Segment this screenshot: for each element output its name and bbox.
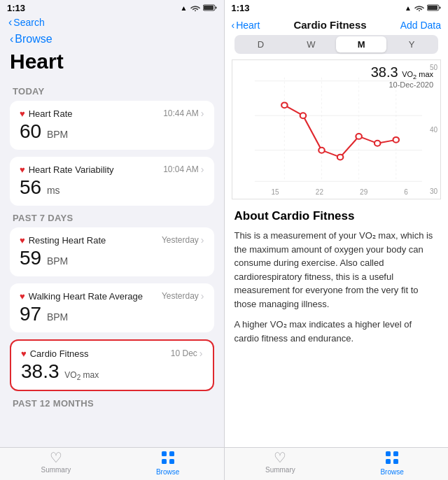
svg-point-18 [281,102,288,108]
x-label-6: 6 [404,188,408,196]
browse-icon-left [161,451,175,467]
heart-rate-title: ♥ Heart Rate [20,108,73,119]
heart-back-button[interactable]: ‹ Heart [232,20,260,31]
period-y-button[interactable]: Y [386,36,437,52]
back-search-label: Search [13,17,44,28]
svg-rect-8 [428,6,438,10]
svg-rect-4 [169,451,174,456]
resting-hr-value: 59 BPM [20,247,204,269]
hrv-card[interactable]: ♥ Heart Rate Variability 10:04 AM › 56 m… [10,157,214,206]
x-axis-labels: 15 22 29 6 [246,188,434,196]
hrv-title: ♥ Heart Rate Variability [20,164,114,175]
svg-point-20 [318,148,325,153]
add-data-button[interactable]: Add Data [400,20,441,31]
chart-tooltip: 38.3 VO2 max 10-Dec-2020 [371,64,433,89]
browse-back-chevron: ‹ [10,33,13,45]
cardio-heart-icon: ♥ [21,348,27,359]
x-label-22: 22 [316,188,323,196]
wifi-icon [190,4,200,13]
section-12months-label: Past 12 Months [10,398,214,409]
left-panel: 1:13 ▲ ‹ Search ‹ Browse Heart Today [0,0,224,480]
scroll-content-left: Today ♥ Heart Rate 10:44 AM › 60 BPM [0,79,224,447]
walking-hr-heart-icon: ♥ [20,291,25,302]
walking-hr-card[interactable]: ♥ Walking Heart Rate Average Yesterday ›… [10,283,214,332]
period-d-button[interactable]: D [236,36,286,52]
x-label-29: 29 [360,188,368,196]
section-today-label: Today [10,86,214,97]
svg-rect-28 [393,459,398,464]
right-nav-title: Cardio Fitness [293,19,366,31]
resting-hr-card[interactable]: ♥ Resting Heart Rate Yesterday › 59 BPM [10,227,214,276]
svg-rect-3 [162,451,167,456]
svg-rect-1 [204,6,214,10]
battery-icon-right [427,4,441,13]
tooltip-value: 38.3 VO2 max [371,64,433,80]
browse-icon-right [385,451,399,467]
svg-point-21 [337,155,343,160]
status-bar-right: 1:13 ▲ [225,0,449,15]
tab-bar-left: ♡ Summary Browse [0,447,224,480]
heart-rate-value: 60 BPM [20,120,204,143]
period-selector: D W M Y [234,35,439,54]
signal-icon-right: ▲ [405,4,412,12]
status-icons-left: ▲ [181,4,217,13]
heart-back-chevron: ‹ [232,20,235,31]
summary-icon-right: ♡ [274,451,286,465]
cardio-chart: 50 40 30 38.3 VO2 max 10-Dec-2020 15 22 … [232,59,442,199]
hrv-heart-icon: ♥ [20,164,25,175]
summary-icon-left: ♡ [50,451,62,465]
back-search-button[interactable]: ‹ Search [8,16,216,29]
heart-rate-heart-icon: ♥ [20,108,25,119]
tooltip-date: 10-Dec-2020 [371,80,433,89]
svg-rect-26 [393,451,398,456]
svg-point-24 [393,137,399,143]
svg-point-22 [356,134,362,139]
right-panel: 1:13 ▲ ‹ Heart Cardio Fitness Add Data D… [225,0,449,480]
time-left: 1:13 [7,3,25,13]
tab-browse-left[interactable]: Browse [112,451,224,476]
svg-rect-2 [215,6,216,8]
page-title-left: Heart [0,47,224,79]
battery-icon [203,4,217,13]
tab-summary-label-right: Summary [265,466,295,474]
heart-rate-card[interactable]: ♥ Heart Rate 10:44 AM › 60 BPM [10,101,214,150]
svg-point-19 [300,113,306,118]
tab-browse-label-right: Browse [380,468,403,476]
browse-back-button[interactable]: ‹ Browse [10,33,214,45]
signal-icon: ▲ [181,4,188,12]
svg-rect-6 [169,459,174,464]
browse-back-label: Browse [15,33,52,45]
period-w-button[interactable]: W [286,36,336,52]
status-bar-left: 1:13 ▲ [0,0,224,15]
period-m-button[interactable]: M [336,36,386,52]
svg-rect-25 [386,451,391,456]
cardio-chevron: › [200,348,203,359]
about-section: About Cardio Fitness This is a measureme… [225,199,449,447]
nav-bar-left: ‹ Search [0,15,224,33]
tab-summary-label-left: Summary [41,466,71,474]
hrv-chevron: › [201,164,204,175]
y-label-40: 40 [430,126,438,134]
time-right: 1:13 [232,3,250,13]
wifi-icon-right [414,4,424,13]
tab-summary-left[interactable]: ♡ Summary [0,451,112,476]
walking-hr-chevron: › [201,290,204,302]
svg-rect-5 [162,459,167,464]
about-paragraph-1: This is a measurement of your VO₂ max, w… [234,229,439,311]
cardio-fitness-card[interactable]: ♥ Cardio Fitness 10 Dec › 38.3 VO2 max [10,339,214,391]
back-chevron-icon: ‹ [8,16,12,29]
tab-bar-right: ♡ Summary Browse [225,447,449,480]
svg-point-23 [374,141,380,146]
svg-rect-9 [440,6,441,8]
svg-rect-27 [386,459,391,464]
resting-hr-heart-icon: ♥ [20,235,25,246]
walking-hr-value: 97 BPM [20,303,204,325]
status-icons-right: ▲ [405,4,441,13]
about-paragraph-2: A higher VO₂ max indicates a higher leve… [234,318,439,345]
tab-browse-right[interactable]: Browse [336,451,448,476]
nav-bar-right: ‹ Heart Cardio Fitness Add Data [225,15,449,35]
tab-summary-right[interactable]: ♡ Summary [225,451,337,476]
about-title: About Cardio Fitness [234,209,439,223]
section-7days-label: Past 7 Days [10,213,214,223]
heart-rate-chevron: › [201,108,204,119]
